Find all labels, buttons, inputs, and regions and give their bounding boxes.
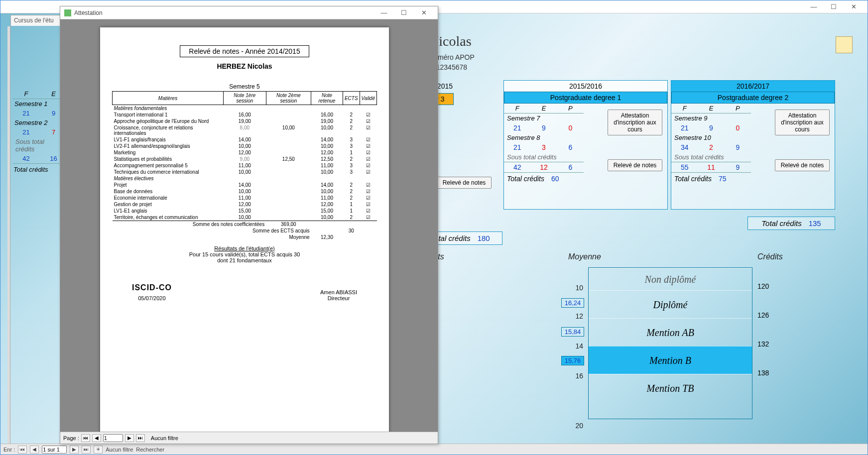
next-button[interactable]: ▶ <box>70 446 79 454</box>
prev-button[interactable]: ◀ <box>92 434 101 442</box>
next-button[interactable]: ▶ <box>125 434 134 442</box>
record-input[interactable] <box>42 446 67 454</box>
year-label: 2015/2016 <box>504 81 667 92</box>
attest-button[interactable]: Attestation d'inscription aux cours <box>608 110 662 135</box>
table-row: Marketing12,0012,001☑ <box>113 149 377 156</box>
grades-table: Matières Note 1ère session Note 2ème ses… <box>112 91 377 240</box>
first-button[interactable]: ⏮ <box>81 434 90 442</box>
releve-button[interactable]: Relevé de notes <box>775 159 830 171</box>
credit-val: 132 <box>757 340 769 348</box>
cell: 2 <box>698 142 724 152</box>
col-n1: Note 1ère session <box>224 92 266 105</box>
degree-label: Postgraduate degree 1 <box>504 92 667 104</box>
page-navigator: Page : ⏮ ◀ ▶ ⏭ Aucun filtre <box>60 432 438 444</box>
cell: 55 <box>671 162 698 172</box>
prev-button[interactable]: ◀ <box>30 446 39 454</box>
col-f: F <box>504 104 530 113</box>
overall-total: Total crédits135 <box>747 217 835 230</box>
tick: 10 <box>575 284 583 292</box>
nofilter-label: Aucun filtre <box>151 435 178 441</box>
moy-box: 15,84 <box>561 327 584 337</box>
cell: 9 <box>698 123 724 133</box>
sem-label: Semestre 2 <box>12 118 67 127</box>
last-button[interactable]: ⏭ <box>136 434 145 442</box>
page-label: Page : <box>63 435 79 441</box>
table-row: Techniques du commerce international10,0… <box>113 169 377 175</box>
col-valide: Validé <box>360 92 376 105</box>
releve-button[interactable]: Relevé de notes <box>608 159 662 171</box>
cell: 12 <box>530 162 557 172</box>
cell: 9 <box>725 142 751 152</box>
cursus-tab[interactable]: Cursus de l'étu <box>10 15 65 26</box>
table-row: Approche géopolitique de l'Europe du Nor… <box>113 118 377 124</box>
nofilter-label: Aucun filtre <box>106 447 133 453</box>
table-row: Croissance, conjoncture et relations int… <box>113 124 377 136</box>
attestation-titlebar: Attestation — ☐ ✕ <box>60 6 438 19</box>
cell: 9 <box>725 162 751 172</box>
year-label: 2016/2017 <box>671 81 835 92</box>
total-value: 75 <box>719 175 727 183</box>
logo: ISCID-CO <box>132 283 172 292</box>
close-button[interactable]: ✕ <box>844 3 864 10</box>
cell: 0 <box>557 123 584 133</box>
table-row: LV2-F1 allemand/espagnol/anglais10,0010,… <box>113 143 377 149</box>
col-n2: Note 2ème session <box>266 92 311 105</box>
close-button[interactable]: ✕ <box>414 9 434 16</box>
table-row: Transport international 116,0016,002☑ <box>113 112 377 118</box>
results-head: Résultats de l'étudiant(e) <box>214 245 274 251</box>
col-f: F <box>671 104 698 113</box>
tick: 12 <box>575 312 583 320</box>
minimize-button[interactable]: — <box>804 3 824 10</box>
table-row: Base de données10,0010,002☑ <box>113 188 377 195</box>
report-date: 05/07/2020 <box>132 295 172 301</box>
maximize-button[interactable]: ☐ <box>824 3 844 10</box>
credit-val: 120 <box>757 282 769 290</box>
total-label: Total crédits <box>507 175 544 183</box>
new-button[interactable]: ✳ <box>94 446 103 454</box>
table-row: Statistiques et probabilités9,0012,5012,… <box>113 156 377 162</box>
report-heading: Relevé de notes - Année 2014/2015 <box>180 45 309 57</box>
table-row: LV1-F1 anglais/français14,0014,003☑ <box>113 136 377 143</box>
search-label[interactable]: Rechercher <box>136 447 164 453</box>
cell: 0 <box>725 123 751 133</box>
report-button[interactable] <box>836 36 853 53</box>
degree-label: Postgraduate degree 2 <box>671 92 835 104</box>
col-matieres: Matières <box>113 92 224 105</box>
cell: 6 <box>557 142 584 152</box>
total-label: Total crédits <box>674 175 712 183</box>
report-page: Relevé de notes - Année 2014/2015 HERBEZ… <box>100 27 389 432</box>
first-button[interactable]: ⏮ <box>18 446 27 454</box>
minimize-button[interactable]: — <box>374 9 394 16</box>
label: Total crédits <box>761 219 801 228</box>
total-value: 60 <box>551 175 559 183</box>
maximize-button[interactable]: ☐ <box>394 9 414 16</box>
app-icon <box>64 9 71 16</box>
mentions-ladder: Non diplômé Diplômé Mention AB Mention B… <box>588 267 752 419</box>
sign-role: Directeur <box>320 295 357 301</box>
page-input[interactable] <box>103 434 123 442</box>
table-row: Territoire, échanges et communication10,… <box>113 214 377 221</box>
cell: 42 <box>504 162 530 172</box>
releve-button[interactable]: Relevé de notes <box>437 177 492 189</box>
sign-name: Amen ABIASSI <box>320 289 357 295</box>
mention: Non diplômé <box>589 268 752 290</box>
table-row: LV1-E1 anglais15,0015,001☑ <box>113 208 377 214</box>
record-navigator: Enr : ⏮ ◀ ▶ ⏭ ✳ Aucun filtre Rechercher <box>0 444 868 455</box>
cell: 21 <box>12 109 40 118</box>
col-e: E <box>530 104 557 113</box>
col-f: F <box>12 89 40 99</box>
cell: 34 <box>671 142 698 152</box>
moyenne-scale: 10 12 14 16 20 16,24 15,84 15,76 <box>543 267 583 437</box>
vertical-splitter[interactable] <box>7 26 10 444</box>
table-row: Accompagnement personnalisé 511,0011,003… <box>113 162 377 169</box>
table-row: Gestion de projet12,0012,001☑ <box>113 201 377 208</box>
record-label: Enr : <box>3 447 15 453</box>
credit-val: 126 <box>757 311 769 319</box>
cell: 3 <box>530 142 557 152</box>
attest-button[interactable]: Attestation d'inscription aux cours <box>775 110 830 135</box>
report-viewport[interactable]: Relevé de notes - Année 2014/2015 HERBEZ… <box>60 19 438 432</box>
last-button[interactable]: ⏭ <box>82 446 91 454</box>
signature-block: ISCID-CO 05/07/2020 Amen ABIASSI Directe… <box>112 283 377 301</box>
credits-header: Crédits <box>757 252 783 261</box>
report-student: HERBEZ Nicolas <box>112 62 377 70</box>
